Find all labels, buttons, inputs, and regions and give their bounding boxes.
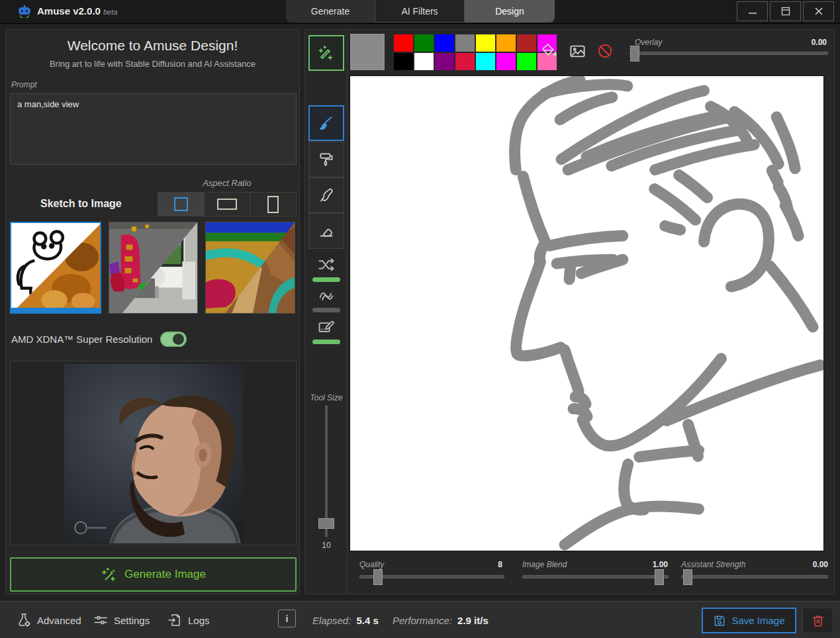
palette-color-swatch[interactable] xyxy=(517,53,536,70)
design-canvas-panel: Tool Size 10 xyxy=(304,29,835,594)
info-icon: i xyxy=(286,614,289,624)
prohibition-icon xyxy=(596,42,614,60)
aspect-ratio-group xyxy=(158,192,297,216)
palette-color-swatch[interactable] xyxy=(414,53,434,70)
image-blend-slider[interactable] xyxy=(522,575,669,578)
info-button[interactable]: i xyxy=(278,610,296,627)
beta-badge: beta xyxy=(103,8,117,16)
palette-color-swatch[interactable] xyxy=(496,34,516,52)
fill-bucket-button[interactable] xyxy=(539,41,559,61)
image-blend-handle[interactable] xyxy=(655,569,664,585)
annotate-on-indicator xyxy=(312,340,340,344)
aspect-ratio-label: Aspect Ratio xyxy=(158,178,297,188)
palette-color-swatch[interactable] xyxy=(435,53,454,70)
drawing-canvas[interactable] xyxy=(350,75,824,551)
elapsed-value: 5.4 s xyxy=(356,615,378,626)
tab-generate[interactable]: Generate xyxy=(286,0,375,23)
tab-design[interactable]: Design xyxy=(465,0,555,23)
palette-color-swatch[interactable] xyxy=(476,34,495,52)
assistant-strength-label: Assistant Strength xyxy=(681,560,745,569)
palette-color-swatch[interactable] xyxy=(394,53,413,70)
settings-button[interactable]: Settings xyxy=(93,602,150,638)
squiggle-pencil-icon xyxy=(317,286,336,304)
magic-wand-icon xyxy=(101,566,118,583)
performance-label: Performance: xyxy=(393,615,452,626)
palette-color-swatch[interactable] xyxy=(496,53,516,70)
sliders-icon xyxy=(93,612,109,628)
eraser-tool-button[interactable] xyxy=(308,213,344,249)
palette-color-swatch[interactable] xyxy=(476,53,495,70)
overlay-handle[interactable] xyxy=(630,46,639,62)
paintbrush-icon xyxy=(318,114,335,132)
amuse-logo-icon xyxy=(17,5,32,19)
super-resolution-toggle[interactable] xyxy=(160,332,187,347)
portrait-aspect-icon xyxy=(267,196,279,213)
app-title: Amuse v2.0.0beta xyxy=(37,5,117,17)
assistant-strength-handle[interactable] xyxy=(683,569,692,585)
randomize-toggle-button[interactable] xyxy=(308,253,344,276)
palette-color-swatch[interactable] xyxy=(394,34,413,52)
save-image-label: Save Image xyxy=(731,615,784,626)
aspect-landscape-button[interactable] xyxy=(205,193,251,216)
prompt-input[interactable]: a man,side view xyxy=(10,93,297,165)
smoothing-toggle-button[interactable] xyxy=(308,284,344,306)
advanced-button[interactable]: Advanced xyxy=(16,602,81,638)
save-image-button[interactable]: Save Image xyxy=(702,608,796,633)
elapsed-label: Elapsed: xyxy=(312,615,351,626)
example-thumb-room[interactable] xyxy=(109,222,198,314)
example-thumb-teddy[interactable] xyxy=(10,222,101,314)
aspect-portrait-button[interactable] xyxy=(250,193,296,216)
maximize-button[interactable] xyxy=(770,1,801,21)
eraser-icon xyxy=(318,222,335,240)
logs-button[interactable]: Logs xyxy=(167,602,210,638)
aspect-square-button[interactable] xyxy=(158,193,205,216)
performance-value: 2.9 it/s xyxy=(457,615,489,626)
palette-color-swatch[interactable] xyxy=(455,53,475,70)
image-icon xyxy=(569,42,586,60)
advanced-label: Advanced xyxy=(37,615,81,626)
fill-bucket-icon xyxy=(540,42,559,60)
palette-color-swatch[interactable] xyxy=(435,34,454,52)
quality-handle[interactable] xyxy=(373,569,383,585)
generate-image-label: Generate Image xyxy=(124,568,206,581)
floppy-save-icon xyxy=(713,614,726,627)
tool-size-slider[interactable] xyxy=(325,405,328,537)
marker-tool-button[interactable] xyxy=(308,177,344,213)
annotate-toggle-button[interactable] xyxy=(308,316,344,338)
shuffle-icon xyxy=(317,255,336,274)
toggle-knob xyxy=(173,334,184,345)
ai-magic-tool-button[interactable] xyxy=(308,35,344,71)
import-image-button[interactable] xyxy=(567,41,587,61)
generated-image-preview xyxy=(64,364,244,543)
welcome-title: Welcome to Amuse Design! xyxy=(6,38,299,54)
assistant-strength-slider[interactable] xyxy=(681,575,828,578)
generated-image-panel xyxy=(10,361,297,545)
palette-color-swatch[interactable] xyxy=(414,34,434,52)
delete-image-button[interactable] xyxy=(802,608,833,633)
tab-ai-filters[interactable]: AI Filters xyxy=(375,0,465,23)
paint-roller-tool-button[interactable] xyxy=(308,142,344,177)
tool-size-handle[interactable] xyxy=(318,518,334,529)
brush-tool-button[interactable] xyxy=(308,105,344,141)
smoothing-off-indicator xyxy=(312,308,340,312)
tool-column: Tool Size 10 xyxy=(305,30,348,594)
clear-canvas-button[interactable] xyxy=(595,41,615,61)
super-resolution-label: AMD XDNA™ Super Resolution xyxy=(11,334,152,345)
settings-label: Settings xyxy=(114,615,150,626)
landscape-aspect-icon xyxy=(217,199,237,210)
status-bar: Advanced Settings Logs i Elapsed: 5.4 s … xyxy=(0,601,840,638)
overlay-slider[interactable] xyxy=(630,52,828,55)
current-color-swatch[interactable] xyxy=(350,34,385,70)
logs-label: Logs xyxy=(188,615,210,626)
quality-slider[interactable] xyxy=(359,575,504,578)
color-palette-grid xyxy=(394,34,561,71)
minimize-button[interactable] xyxy=(737,1,768,21)
generate-image-button[interactable]: Generate Image xyxy=(10,557,297,592)
palette-color-swatch[interactable] xyxy=(517,34,536,52)
magic-wand-icon xyxy=(317,44,336,62)
close-button[interactable] xyxy=(803,1,834,21)
quality-value: 8 xyxy=(464,560,502,569)
example-thumb-landscape[interactable] xyxy=(205,222,295,314)
palette-color-swatch[interactable] xyxy=(455,34,475,52)
tool-size-value: 10 xyxy=(305,541,348,550)
